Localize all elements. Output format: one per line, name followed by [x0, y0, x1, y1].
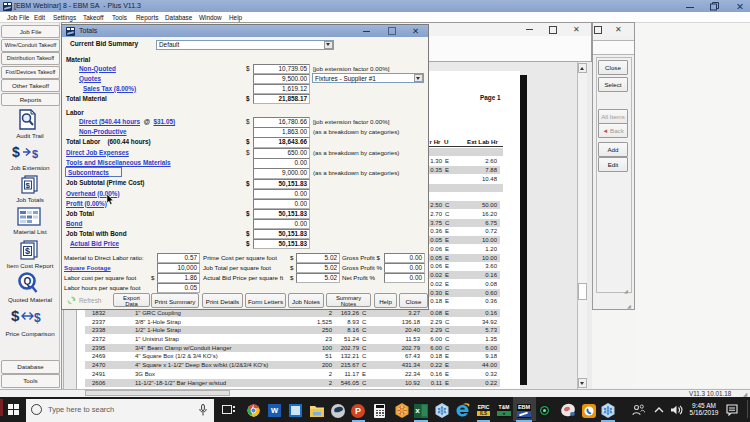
- svg-text:$: $: [32, 148, 38, 160]
- svg-text:$: $: [26, 181, 31, 190]
- svg-text:$: $: [34, 311, 41, 325]
- svg-text:$: $: [25, 246, 30, 256]
- svg-text:$: $: [12, 144, 20, 160]
- svg-text:$: $: [11, 307, 20, 324]
- svg-text:Q: Q: [24, 276, 32, 287]
